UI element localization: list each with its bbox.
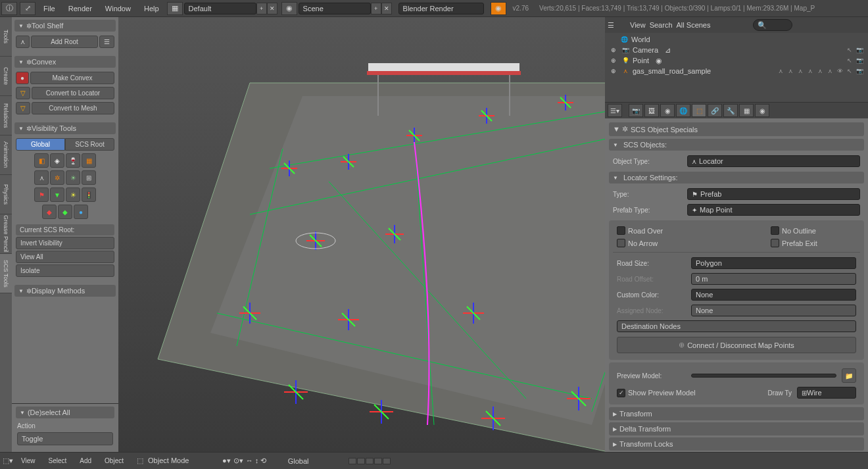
layout-dropdown[interactable]: Default xyxy=(184,3,256,14)
tab-animation[interactable]: Animation xyxy=(0,136,12,175)
no-outline-checkbox[interactable]: No Outline xyxy=(771,226,856,235)
props-tab-layers[interactable]: 🖼 xyxy=(644,104,659,117)
props-tab-scene[interactable]: ◉ xyxy=(660,104,675,117)
deselect-all-header[interactable]: (De)select All xyxy=(16,407,114,418)
outliner-filter-dropdown[interactable]: All Scenes xyxy=(677,21,749,29)
viewport-3d[interactable] xyxy=(118,17,605,452)
locator-settings-subheader[interactable]: Locator Settings: xyxy=(609,172,864,184)
outliner-editor-icon[interactable]: ☰ xyxy=(608,21,626,30)
props-tab-constraints[interactable]: 🔗 xyxy=(708,104,722,117)
road-over-checkbox[interactable]: Road Over xyxy=(617,226,663,235)
pivot-icon[interactable]: ⊙▾ xyxy=(233,457,243,465)
tab-grease-pencil[interactable]: Grease Pencil xyxy=(0,214,12,254)
menu-window[interactable]: Window xyxy=(99,5,137,12)
vis-icon-13[interactable]: ◆ xyxy=(42,205,57,219)
expand-icon[interactable]: ⊕ xyxy=(609,45,618,55)
root-icon[interactable]: ⋏ xyxy=(16,36,30,48)
convert-to-locator-button[interactable]: Convert to Locator xyxy=(32,87,114,99)
mode-dropdown[interactable]: ⬚ Object Mode xyxy=(137,457,216,465)
cursor-icon[interactable]: ↖ xyxy=(845,66,854,76)
cursor-icon[interactable]: ↖ xyxy=(845,56,854,65)
tab-scs-tools[interactable]: SCS Tools xyxy=(0,254,12,293)
show-preview-checkbox[interactable]: Show Preview Model xyxy=(617,389,696,397)
expand-icon[interactable]: ⊕ xyxy=(609,56,618,65)
action-dropdown[interactable]: Toggle xyxy=(17,432,113,445)
tab-tools[interactable]: Tools xyxy=(0,17,12,57)
vis-icon-3[interactable]: 🍷 xyxy=(66,153,80,168)
vis-icon-2[interactable]: ◈ xyxy=(50,153,64,168)
add-root-options-icon[interactable]: ☰ xyxy=(99,36,114,48)
object-type-dropdown[interactable]: ⋏ Locator xyxy=(687,155,860,167)
layout-icon[interactable]: ▦ xyxy=(167,2,183,15)
vis-icon-14[interactable]: ◆ xyxy=(58,205,72,219)
add-menu[interactable]: Add xyxy=(74,457,97,464)
outliner-search-menu[interactable]: Search xyxy=(650,21,673,29)
connect-disconnect-button[interactable]: ⊕Connect / Disconnect Map Points xyxy=(617,337,856,353)
tab-create[interactable]: Create xyxy=(0,57,12,96)
vis-icon-6[interactable]: ✲ xyxy=(50,170,64,185)
object-menu[interactable]: Object xyxy=(99,457,129,464)
visibility-header[interactable]: ✲ Visibility Tools xyxy=(14,122,116,134)
scs-objects-subheader[interactable]: SCS Objects: xyxy=(609,139,864,151)
layout-close-button[interactable]: ✕ xyxy=(267,3,277,14)
vis-icon-12[interactable]: 🚦 xyxy=(82,187,96,202)
props-tab-object[interactable]: ⬚ xyxy=(692,104,706,117)
props-tab-world[interactable]: 🌐 xyxy=(676,104,690,117)
eye-icon[interactable]: 👁 xyxy=(835,66,844,76)
scene-add-button[interactable]: + xyxy=(371,3,381,14)
vis-icon-11[interactable]: ☀ xyxy=(66,187,80,202)
orientation-dropdown[interactable]: Global xyxy=(288,457,341,465)
props-tab-modifiers[interactable]: 🔧 xyxy=(723,104,738,117)
render-icon[interactable]: 📷 xyxy=(855,45,864,55)
vis-icon-9[interactable]: ⚑ xyxy=(34,187,49,202)
isolate-button[interactable]: Isolate xyxy=(16,264,114,277)
delta-transform-section[interactable]: Delta Transform xyxy=(609,422,864,435)
scene-dropdown[interactable]: Scene xyxy=(299,3,371,14)
tree-item-gas-sample[interactable]: ⊕⋏gas_small_road_sample⋏⋏⋏⋏⋏⋏👁↖📷 xyxy=(609,66,864,76)
scs-object-specials-header[interactable]: ▼ ✲ SCS Object Specials xyxy=(609,122,864,136)
tree-item-world[interactable]: 🌐World xyxy=(609,34,864,45)
shading-icon[interactable]: ●▾ xyxy=(222,457,231,465)
global-toggle[interactable]: Global xyxy=(16,138,65,151)
tool-shelf-header[interactable]: ✲ Tool Shelf xyxy=(14,20,116,32)
display-methods-header[interactable]: ✲ Display Methods xyxy=(14,285,116,297)
add-root-button[interactable]: Add Root xyxy=(31,36,98,48)
road-size-dropdown[interactable]: Polygon xyxy=(691,257,856,269)
convert-to-mesh-button[interactable]: Convert to Mesh xyxy=(32,102,114,114)
scs-root-toggle[interactable]: SCS Root xyxy=(65,138,114,151)
render-icon[interactable]: 📷 xyxy=(855,56,864,65)
expand-icon[interactable]: ⊕ xyxy=(609,66,618,76)
tree-item-camera[interactable]: ⊕📷Camera⊿↖📷 xyxy=(609,45,864,55)
props-tab-data[interactable]: ▦ xyxy=(739,104,754,117)
render-icon[interactable]: 📷 xyxy=(855,66,864,76)
vis-icon-15[interactable]: ● xyxy=(74,205,88,219)
manipulator-icon[interactable]: ↔ ↕ ⟲ xyxy=(246,457,285,465)
outliner-view-menu[interactable]: View xyxy=(630,21,646,29)
type-dropdown[interactable]: ⚑ Prefab xyxy=(687,188,860,200)
engine-dropdown[interactable]: Blender Render xyxy=(398,3,484,14)
preview-model-input[interactable] xyxy=(691,374,836,378)
scene-close-button[interactable]: ✕ xyxy=(381,3,392,14)
tab-relations[interactable]: Relations xyxy=(0,96,12,136)
view-all-button[interactable]: View All xyxy=(16,251,114,263)
custom-color-dropdown[interactable]: None xyxy=(691,289,856,301)
vis-icon-4[interactable]: ▦ xyxy=(82,153,96,168)
viewport-editor-icon[interactable]: ⬚▾ xyxy=(3,457,13,465)
props-tab-render[interactable]: 📷 xyxy=(629,104,643,117)
prefab-type-dropdown[interactable]: ✦ Map Point xyxy=(687,204,860,216)
tab-physics[interactable]: Physics xyxy=(0,175,12,214)
select-menu[interactable]: Select xyxy=(43,457,72,464)
transform-section[interactable]: Transform xyxy=(609,407,864,420)
invert-visibility-button[interactable]: Invert Visibility xyxy=(16,237,114,249)
view-menu[interactable]: View xyxy=(16,457,41,464)
draw-ty-dropdown[interactable]: ⊞ Wire xyxy=(797,387,856,399)
tree-item-point[interactable]: ⊕💡Point◉↖📷 xyxy=(609,55,864,66)
cursor-icon[interactable]: ↖ xyxy=(845,45,854,55)
convex-header[interactable]: ✲ Convex xyxy=(14,56,116,68)
vis-icon-5[interactable]: ⋏ xyxy=(34,170,49,185)
vis-icon-7[interactable]: ☀ xyxy=(66,170,80,185)
outliner-search-input[interactable]: 🔍 xyxy=(753,19,792,31)
vis-icon-10[interactable]: ▼ xyxy=(50,187,64,202)
menu-file[interactable]: File xyxy=(37,5,62,12)
layout-add-button[interactable]: + xyxy=(256,3,267,14)
